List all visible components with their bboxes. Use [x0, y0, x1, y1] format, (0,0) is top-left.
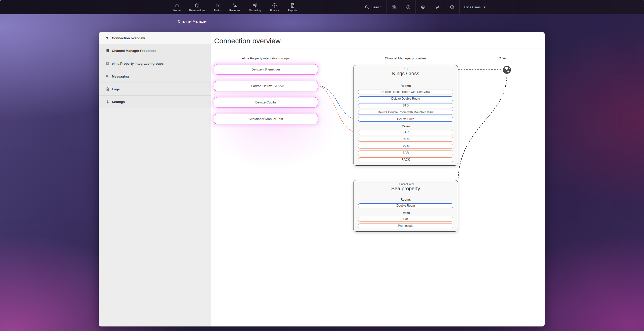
integration-group-label: SiteMinder Manual Test	[249, 117, 283, 121]
rate-pill-label: Bar	[403, 217, 408, 221]
ota-globe-icon[interactable]	[502, 65, 511, 74]
column-header-cm-properties: Channel Manager properties	[353, 56, 458, 60]
rate-pill[interactable]: BAR	[358, 151, 453, 155]
integration-group-label: El Ladron Deluxe STAAH	[247, 84, 284, 88]
user-menu[interactable]: Elina Cares	[459, 0, 491, 14]
room-pill-label: Deluxe Double Room with Mountain View	[378, 111, 434, 114]
property-name: Kings Cross	[353, 71, 458, 77]
room-pill[interactable]: Deluxe Double Room with Mountain View	[358, 110, 453, 115]
sidebar-item-label: Logs	[112, 87, 120, 91]
finance-icon: $	[272, 3, 277, 8]
nav-menu: Home Reservations Tasks $ Revenue Market…	[173, 0, 298, 14]
settings-button[interactable]	[415, 0, 430, 14]
rate-pill-label: BAR	[403, 151, 409, 155]
settings-hex-icon	[421, 5, 425, 10]
top-nav-bar: Home Reservations Tasks $ Revenue Market…	[0, 0, 644, 14]
room-pill[interactable]: Double Room	[358, 203, 453, 208]
rate-pill[interactable]: RACK	[358, 157, 453, 162]
property-code: DuncanHotel	[353, 182, 458, 186]
integrations-button[interactable]	[430, 0, 445, 14]
room-pill-label: Deluxe Suite	[397, 117, 414, 121]
nav-item-label: Marketing	[249, 9, 261, 12]
revenue-icon: $	[232, 3, 238, 8]
integrations-icon	[435, 5, 440, 10]
ota-link-curve	[458, 74, 507, 179]
rate-pill[interactable]: Bar	[358, 217, 453, 222]
rate-pill[interactable]: RACK	[358, 137, 453, 142]
rate-pill[interactable]: BAR	[358, 130, 453, 135]
global-search[interactable]: Search	[360, 0, 386, 14]
help-icon: ?	[450, 5, 455, 10]
integration-group-button[interactable]: SiteMinder Manual Test	[214, 114, 318, 124]
integration-group-button[interactable]: El Ladron Deluxe STAAH	[214, 81, 318, 91]
rates-section-label: Rates	[353, 211, 458, 215]
property-card-header: DuncanHotel Sea property	[353, 180, 458, 194]
plug-icon	[106, 36, 110, 40]
add-button[interactable]	[401, 0, 415, 14]
nav-item-label: Tasks	[214, 9, 221, 12]
svg-text:$: $	[274, 4, 275, 7]
header-divider	[211, 49, 545, 49]
rate-pill-label: RACK	[401, 158, 410, 161]
plus-circle-icon	[406, 5, 411, 10]
page-title: Connection overview	[214, 37, 281, 45]
gear-icon	[106, 100, 110, 104]
nav-item-label: Finance	[270, 9, 279, 12]
rooms-section-label: Rooms	[353, 84, 458, 88]
main-panel: Connection overview Channel Manager Prop…	[99, 32, 545, 326]
rate-pill[interactable]: Promocode	[358, 224, 453, 228]
sidebar-item-label: elina Property integration groups	[112, 62, 164, 65]
chevron-down-icon	[484, 7, 486, 8]
integration-group-button[interactable]: Deluxe Cubilis	[214, 97, 318, 107]
property-code: KC	[353, 67, 458, 70]
search-icon	[365, 5, 369, 10]
svg-text:$: $	[233, 3, 234, 5]
sidebar-item-label: Messaging	[112, 75, 129, 78]
integration-group-label: Deluxe Cubilis	[255, 100, 276, 104]
room-pill[interactable]: Deluxe Double Room	[358, 96, 453, 101]
sidebar-item-label: Connection overview	[112, 36, 145, 40]
nav-item-label: Revenue	[229, 9, 240, 12]
svg-text:?: ?	[451, 6, 453, 9]
help-button[interactable]: ?	[445, 0, 459, 14]
nav-item-revenue[interactable]: $ Revenue	[229, 3, 240, 12]
sidebar-item-label: Channel Manager Properties	[112, 49, 156, 53]
tasks-icon	[215, 3, 220, 8]
rate-pill-label: Promocode	[398, 224, 413, 228]
nav-item-reports[interactable]: Reports	[288, 3, 297, 12]
room-pill[interactable]: Deluxe Suite	[358, 117, 453, 122]
nav-item-label: Reports	[288, 9, 297, 12]
room-pill[interactable]: STD	[358, 103, 453, 108]
column-header-integration-groups: elina Property integration groups	[214, 56, 318, 60]
rate-pill-label: BAR	[403, 131, 409, 134]
rate-pill[interactable]: BAR2	[358, 144, 453, 149]
nav-item-home[interactable]: Home	[173, 3, 181, 12]
property-card-kings-cross: KC Kings Cross Rooms Deluxe Double Room …	[353, 65, 458, 166]
calendar-button[interactable]	[386, 0, 401, 14]
sidebar-item-connection-overview[interactable]: Connection overview	[99, 32, 211, 44]
nav-item-reservations[interactable]: Reservations	[189, 3, 205, 12]
room-pill-label: STD	[403, 104, 409, 107]
room-pill-label: Deluxe Double Room with Sea View	[381, 90, 430, 94]
user-name: Elina Cares	[464, 6, 481, 9]
search-label: Search	[371, 6, 381, 9]
nav-item-finance[interactable]: $ Finance	[270, 3, 279, 12]
reservations-icon	[195, 3, 200, 8]
rates-section-label: Rates	[353, 125, 458, 128]
messaging-icon	[106, 74, 110, 78]
home-icon	[174, 3, 180, 8]
rate-pill-label: BAR2	[402, 144, 409, 148]
marketing-icon	[252, 3, 257, 8]
nav-right-cluster: Search ? Elina Cares	[360, 0, 490, 14]
reports-icon	[290, 3, 295, 8]
property-name: Sea property	[353, 186, 458, 192]
room-pill-label: Deluxe Double Room	[391, 97, 420, 100]
nav-item-marketing[interactable]: Marketing	[249, 3, 261, 12]
nav-item-label: Home	[173, 9, 181, 12]
nav-item-tasks[interactable]: Tasks	[214, 3, 221, 12]
property-card-sea-property: DuncanHotel Sea property Rooms Double Ro…	[353, 180, 458, 232]
rate-pill-label: RACK	[401, 137, 410, 141]
integration-group-button[interactable]: Deluxe - Siteminder	[214, 64, 318, 75]
room-pill[interactable]: Deluxe Double Room with Sea View	[358, 90, 453, 94]
property-card-header: KC Kings Cross	[353, 65, 458, 80]
